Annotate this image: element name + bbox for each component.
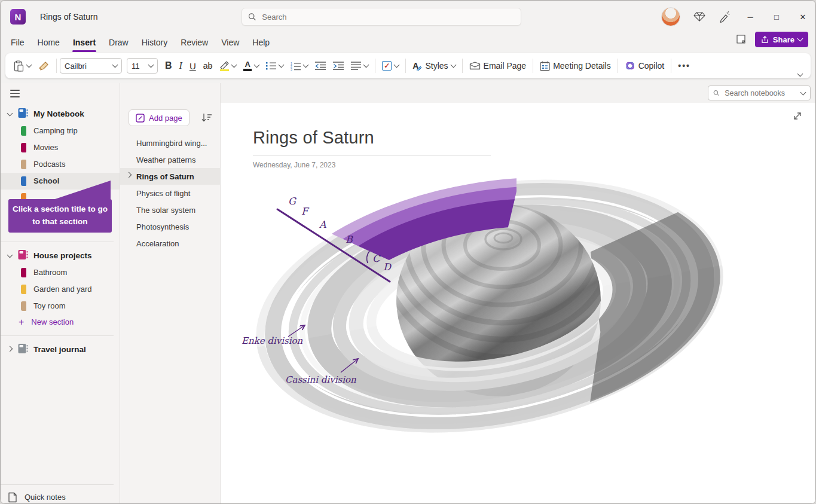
close-button[interactable]: ✕ [796,13,809,22]
highlighter-icon [219,61,229,71]
menu-review[interactable]: Review [174,35,215,50]
global-search-box[interactable] [242,8,521,26]
sidebar-section-bathroom[interactable]: Bathroom [1,264,120,281]
numbered-list-button[interactable]: 1 2 3 [287,57,311,75]
add-page-button[interactable]: Add page [129,109,190,126]
highlighter-button[interactable] [216,57,240,75]
quick-notes-button[interactable]: Quick notes [1,484,114,504]
email-page-button[interactable]: Email Page [466,57,530,75]
share-button[interactable]: Share [755,32,808,47]
notebook-travel-journal[interactable]: Travel journal [1,341,120,358]
styles-chevron-icon [450,62,456,68]
page-title[interactable]: Rings of Saturn [253,128,815,148]
page-item-the-solar-system[interactable]: The solar system [120,201,220,218]
onenote-app-icon: N [10,9,26,25]
menu-insert[interactable]: Insert [66,35,102,50]
search-icon [248,13,256,21]
content-top-strip [221,83,815,103]
strikethrough-button[interactable]: ab [200,57,216,75]
ribbon-area: Cailbri 11 B I U ab A [1,52,815,83]
font-name-select[interactable]: Cailbri [60,58,122,74]
paste-button[interactable] [10,57,35,75]
bullet-list-icon [266,62,276,70]
sidebar-section-toy-room[interactable]: Toy room [1,298,120,314]
svg-text:A: A [319,219,326,230]
onenote-window: N Rings of Saturn ─ □ ✕ FileHomeInsertDr… [0,0,816,504]
notebooks-sidebar: My NotebookCamping tripMoviesPodcastsSch… [1,83,120,504]
todo-tag-button[interactable]: ✓ [378,57,402,75]
ribbon-collapse-chevron-icon[interactable] [797,71,803,77]
font-name-value: Cailbri [65,62,87,71]
format-painter-button[interactable] [35,57,53,75]
decrease-indent-icon [315,62,326,70]
main-area: Rings of Saturn Wednesday, June 7, 2023 [221,83,815,504]
menu-draw[interactable]: Draw [102,35,135,50]
page-canvas[interactable]: Rings of Saturn Wednesday, June 7, 2023 [221,103,815,504]
italic-button[interactable]: I [176,57,186,75]
alignment-button[interactable] [347,57,372,75]
font-color-button[interactable]: A [240,57,262,75]
menu-history[interactable]: History [135,35,175,50]
section-label: Podcasts [33,160,65,169]
page-item-weather-patterns[interactable]: Weather patterns [120,151,220,168]
increase-indent-button[interactable] [329,57,347,75]
saturn-figure[interactable]: G F A B C D Enke division Cassini divisi… [236,175,738,464]
decrease-indent-button[interactable] [311,57,329,75]
sticky-note-icon[interactable] [735,33,747,45]
ribbon-overflow-button[interactable]: ••• [674,61,694,71]
font-color-icon: A [243,60,252,71]
account-avatar[interactable] [661,7,680,26]
sort-pages-icon[interactable] [201,113,212,123]
menu-help[interactable]: Help [246,35,276,50]
alignment-chevron-icon [363,62,369,68]
copilot-button[interactable]: Copilot [621,57,668,75]
meeting-details-button[interactable]: Meeting Details [536,57,615,75]
notebook-label: Travel journal [33,345,86,354]
menu-items: FileHomeInsertDrawHistoryReviewViewHelp [4,35,276,50]
italic-icon: I [179,60,182,71]
strikethrough-icon: ab [203,61,213,71]
navigation-menu-button[interactable] [10,90,20,97]
svg-text:D: D [383,261,392,273]
page-item-accelaration[interactable]: Accelaration [120,235,220,252]
premium-diamond-icon[interactable] [693,11,705,22]
notebook-house-projects[interactable]: House projects [1,248,120,264]
sidebar-section-garden-and-yard[interactable]: Garden and yard [1,281,120,298]
notebook-icon [17,108,28,120]
maximize-button[interactable]: □ [770,13,783,22]
menu-bar: FileHomeInsertDrawHistoryReviewViewHelp … [1,33,815,52]
bold-button[interactable]: B [161,57,176,75]
sidebar-section-camping-trip[interactable]: Camping trip [1,123,120,139]
chevron-right-icon [7,346,13,352]
section-color-tab [21,268,26,277]
font-name-chevron-icon [112,62,118,68]
underline-icon: U [190,61,196,71]
page-date: Wednesday, June 7, 2023 [253,161,815,169]
page-item-photosynthesis[interactable]: Photosynthesis [120,218,220,235]
expand-canvas-icon[interactable] [792,111,803,121]
feedback-pen-icon[interactable] [719,11,731,23]
enke-division-label: Enke division [242,335,303,346]
new-section-button[interactable]: +New section [1,314,120,330]
font-size-select[interactable]: 11 [127,58,158,74]
styles-button[interactable]: A Styles [409,57,459,75]
menu-file[interactable]: File [4,35,31,50]
notebook-my-notebook[interactable]: My Notebook [1,106,120,123]
page-item-physics-of-flight[interactable]: Physics of flight [120,185,220,201]
bullet-list-button[interactable] [262,57,287,75]
section-color-tab [21,301,26,311]
sidebar-section-podcasts[interactable]: Podcasts [1,156,120,173]
notebook-label: House projects [33,251,92,260]
font-color-chevron-icon [254,62,260,68]
menu-home[interactable]: Home [31,35,66,50]
notebook-search-input[interactable] [723,88,797,98]
global-search-input[interactable] [261,12,515,22]
svg-text:F: F [301,206,310,217]
minimize-button[interactable]: ─ [744,13,757,22]
menu-view[interactable]: View [215,35,246,50]
page-item-hummingbird-wing[interactable]: Hummingbird wing... [120,135,220,151]
page-item-rings-of-saturn[interactable]: Rings of Saturn [120,168,220,185]
underline-button[interactable]: U [186,57,200,75]
notebook-search-box[interactable] [708,85,811,100]
sidebar-section-movies[interactable]: Movies [1,139,120,156]
